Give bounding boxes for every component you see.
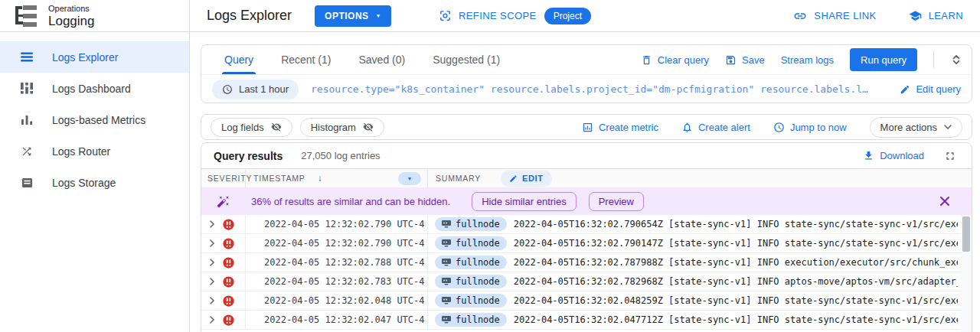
results-count: 27,050 log entries [301, 150, 380, 161]
histogram-toggle[interactable]: Histogram [300, 118, 384, 137]
tab-recent[interactable]: Recent (1) [267, 45, 345, 74]
expand-chevron-icon[interactable] [207, 295, 217, 306]
error-severity-icon [223, 219, 234, 230]
bell-icon [681, 122, 693, 133]
main-content: Query Recent (1) Saved (0) Suggested (1)… [190, 32, 980, 332]
product-logo-section: Operations Logging [0, 0, 190, 31]
run-query-button[interactable]: Run query [850, 48, 917, 71]
fullscreen-icon[interactable] [944, 150, 956, 162]
collapse-expand-toggle[interactable] [950, 54, 962, 66]
tab-suggested[interactable]: Suggested (1) [419, 45, 514, 74]
more-actions-button[interactable]: More actions [870, 117, 962, 138]
sidebar-item-label: Logs Dashboard [52, 83, 131, 95]
tab-saved[interactable]: Saved (0) [345, 45, 419, 74]
link-icon [793, 9, 807, 23]
clear-query-button[interactable]: Clear query [641, 54, 709, 66]
refine-scope-button[interactable]: REFINE SCOPE [439, 9, 537, 22]
learn-button[interactable]: LEARN [909, 9, 963, 22]
save-icon [725, 54, 737, 66]
pencil-icon [900, 84, 910, 95]
edit-summary-button[interactable]: EDIT [501, 171, 551, 187]
column-header-summary: SUMMARY EDIT [428, 169, 972, 187]
expand-chevron-icon[interactable] [207, 238, 217, 249]
expand-chevron-icon[interactable] [207, 219, 217, 229]
row-summary-text: 2022-04-05T16:32:02.790147Z [state-sync-… [514, 238, 958, 249]
container-name-badge[interactable]: fullnode [435, 217, 507, 231]
banner-message: 36% of results are similar and can be hi… [251, 196, 450, 207]
log-fields-toggle[interactable]: Log fields [211, 118, 292, 137]
sidebar-item-logs-explorer[interactable]: Logs Explorer [0, 41, 189, 73]
error-severity-icon [223, 314, 234, 326]
download-icon [863, 150, 874, 161]
product-kicker: Operations [48, 4, 95, 14]
sidebar-item-logs-dashboard[interactable]: Logs Dashboard [0, 73, 189, 104]
container-icon [442, 259, 451, 266]
container-icon [442, 239, 451, 247]
row-summary-cell: fullnode 2022-04-05T16:32:02.782968Z [st… [428, 272, 972, 291]
log-entry-row[interactable]: 2022-04-05 12:32:02.790 UTC-4 fullnode 2… [201, 234, 972, 253]
expand-chevron-icon[interactable] [207, 314, 217, 325]
container-name-badge[interactable]: fullnode [435, 294, 507, 308]
expand-chevron-icon[interactable] [207, 276, 217, 287]
container-name-label: fullnode [456, 295, 500, 306]
jump-to-now-button[interactable]: Jump to now [773, 122, 847, 133]
row-summary-cell: fullnode 2022-04-05T16:32:02.047712Z [st… [428, 311, 972, 329]
log-entries-list: 2022-04-05 12:32:02.790 UTC-4 fullnode 2… [201, 215, 972, 330]
expand-chevron-icon[interactable] [207, 257, 217, 268]
tab-query[interactable]: Query [211, 45, 267, 74]
download-button[interactable]: Download [863, 150, 924, 161]
container-icon [442, 220, 451, 228]
stream-logs-button[interactable]: Stream logs [781, 54, 834, 66]
create-metric-button[interactable]: Create metric [582, 122, 658, 133]
row-summary-cell: fullnode 2022-04-05T16:32:02.048259Z [st… [428, 291, 972, 310]
log-entry-row[interactable]: 2022-04-05 12:32:02.783 UTC-4 fullnode 2… [201, 272, 972, 291]
sidebar: Logs Explorer Logs Dashboard Logs-base [0, 32, 190, 332]
query-results-panel: Query results 27,050 log entries Downloa… [201, 142, 972, 332]
container-name-badge[interactable]: fullnode [435, 236, 507, 250]
results-title: Query results [214, 150, 283, 162]
preview-button[interactable]: Preview [589, 192, 644, 211]
container-name-badge[interactable]: fullnode [435, 313, 507, 327]
sidebar-item-logs-router[interactable]: Logs Router [0, 135, 189, 167]
bar-chart-icon [20, 115, 34, 125]
eye-off-icon [363, 122, 374, 132]
top-actions: SHARE LINK LEARN [793, 9, 963, 23]
scrollbar-thumb[interactable] [962, 216, 970, 252]
query-panel: Query Recent (1) Saved (0) Suggested (1)… [201, 44, 972, 103]
log-entry-row[interactable]: 2022-04-05 12:32:02.790 UTC-4 fullnode 2… [201, 215, 972, 234]
close-icon[interactable] [939, 196, 950, 207]
learn-label: LEARN [929, 10, 963, 21]
sidebar-item-logs-storage[interactable]: Logs Storage [0, 167, 189, 198]
trash-icon [641, 54, 652, 66]
sidebar-item-logs-based-metrics[interactable]: Logs-based Metrics [0, 104, 189, 135]
time-range-chip[interactable]: Last 1 hour [212, 80, 299, 99]
save-button[interactable]: Save [725, 54, 765, 66]
container-name-badge[interactable]: fullnode [435, 256, 507, 269]
row-timestamp: 2022-04-05 12:32:02.790 UTC-4 [246, 234, 428, 252]
container-name-badge[interactable]: fullnode [435, 275, 507, 288]
row-summary-cell: fullnode 2022-04-05T16:32:02.790147Z [st… [428, 234, 972, 252]
share-link-button[interactable]: SHARE LINK [793, 9, 876, 23]
logs-explorer-icon [20, 52, 34, 62]
page-title: Logs Explorer [207, 8, 292, 24]
row-summary-text: 2022-04-05T16:32:02.048259Z [state-sync-… [514, 295, 958, 306]
scope-project-badge[interactable]: Project [544, 8, 591, 24]
results-header-actions: Download [863, 150, 956, 162]
log-entry-row[interactable]: 2022-04-05 12:32:02.048 UTC-4 fullnode 2… [201, 291, 972, 311]
timestamp-column-label: TIMESTAMP [253, 174, 305, 183]
log-entry-row[interactable]: 2022-04-05 12:32:02.047 UTC-4 fullnode 2… [201, 311, 972, 330]
log-entry-row[interactable]: 2022-04-05 12:32:02.788 UTC-4 fullnode 2… [201, 253, 972, 272]
hide-similar-entries-button[interactable]: Hide similar entries [472, 192, 577, 211]
row-timestamp: 2022-04-05 12:32:02.048 UTC-4 [246, 291, 428, 310]
summary-column-label: SUMMARY [436, 174, 481, 183]
download-label: Download [880, 150, 924, 161]
create-alert-button[interactable]: Create alert [681, 122, 750, 133]
container-icon [442, 297, 451, 304]
timestamp-column-menu-button[interactable]: ▼ [398, 172, 421, 185]
options-button[interactable]: OPTIONS ▼ [315, 5, 391, 27]
row-summary-text: 2022-04-05T16:32:02.782968Z [state-sync-… [514, 276, 958, 287]
column-header-timestamp[interactable]: TIMESTAMP ↓ ▼ [246, 169, 428, 187]
column-header-severity: SEVERITY [201, 169, 246, 187]
edit-query-button[interactable]: Edit query [900, 83, 961, 95]
query-input[interactable]: resource.type="k8s_container" resource.l… [311, 83, 889, 95]
